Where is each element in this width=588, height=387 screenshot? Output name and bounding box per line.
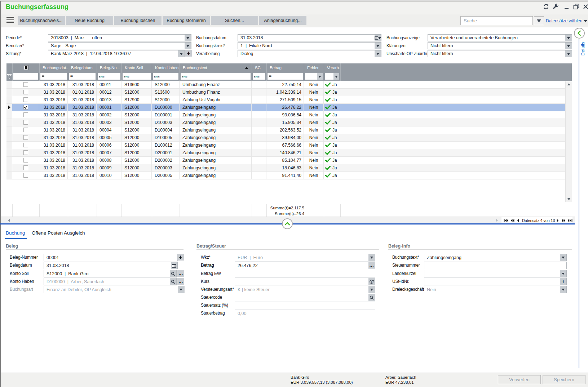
buchungsdatum-calendar-icon[interactable] bbox=[375, 35, 381, 41]
datensaetze-waehlen-link[interactable]: Datensätze wählen bbox=[546, 18, 582, 23]
tab-offene-posten-ausgleich[interactable]: Offene Posten Ausgleich bbox=[32, 230, 85, 236]
buchungsdatum-field[interactable]: 31.03.2018 bbox=[238, 34, 381, 41]
buchungstext2-dropdown-icon[interactable] bbox=[560, 254, 566, 261]
refresh-icon[interactable] bbox=[543, 4, 549, 9]
sitzung-dropdown-icon[interactable] bbox=[178, 50, 185, 57]
toolbar-button-buchung-loeschen[interactable]: Buchung löschen bbox=[114, 16, 162, 25]
unscharfe-op-dropdown-icon[interactable] bbox=[565, 50, 572, 57]
filter-checkbox-cell[interactable] bbox=[12, 72, 39, 81]
filter-belegdatum[interactable]: = bbox=[68, 72, 97, 81]
ust-idnr-info-icon[interactable]: i bbox=[560, 278, 566, 285]
grid-header-belegdatum[interactable]: Belegdatum bbox=[68, 63, 97, 72]
table-row[interactable]: 31.03.201831.03.201800011S13600S12000Umb… bbox=[6, 81, 565, 89]
versteuerungsart-combo[interactable]: K | keine Steuer bbox=[235, 286, 375, 293]
grid-header-beleg_nr[interactable]: Beleg-Nu... bbox=[97, 63, 121, 72]
table-row[interactable]: 31.03.201801.01.201800012S12000S13600Umb… bbox=[6, 89, 565, 96]
sitzung-combo[interactable]: Bank März 2018 | 12.04.2018 10:36:07 bbox=[48, 50, 185, 57]
grid-header-fehler[interactable]: Fehler bbox=[304, 63, 324, 72]
klaerungen-combo[interactable]: Nicht filtern bbox=[428, 42, 572, 49]
select-all-checkbox[interactable] bbox=[24, 65, 28, 70]
periode-combo[interactable]: 2018003 | März – offen bbox=[48, 34, 191, 41]
search-dropdown-button[interactable] bbox=[534, 16, 544, 25]
sitzung-add-button[interactable]: + bbox=[185, 50, 192, 57]
konto-haben-search-icon[interactable] bbox=[170, 278, 176, 285]
table-row[interactable]: 31.03.201831.03.201800001S12000D100000Za… bbox=[6, 104, 565, 111]
grid-header-select-all[interactable] bbox=[12, 63, 39, 72]
benutzer-combo[interactable]: Sage - Sage bbox=[48, 42, 191, 49]
verwerfen-button[interactable]: Verwerfen bbox=[498, 375, 541, 384]
konto-soll-field[interactable]: S12000 | Bank-Giro bbox=[44, 270, 177, 277]
buchungstext2-combo[interactable]: Zahlungseingang bbox=[424, 254, 567, 261]
nav-prev-page-icon[interactable] bbox=[510, 219, 514, 222]
table-row[interactable]: 31.03.201831.03.201800004S12000D100004Za… bbox=[6, 126, 565, 134]
speichern-button[interactable]: Speichern bbox=[543, 375, 585, 384]
buchungsart-dropdown-icon[interactable] bbox=[178, 286, 184, 293]
toolbar-button-buchung-stornieren[interactable]: Buchung stornieren bbox=[163, 16, 210, 25]
filter-dropdown-icon[interactable] bbox=[317, 73, 323, 80]
buchungskreis-dropdown-icon[interactable] bbox=[375, 43, 381, 49]
toolbar-button-suchen[interactable]: Suchen... bbox=[211, 16, 258, 25]
table-row[interactable]: 31.03.201831.03.201800013S17900S12000Zah… bbox=[6, 96, 565, 104]
toolbar-button-buchungsnachweis[interactable]: Buchungsnachweis... bbox=[18, 16, 65, 25]
konto-haben-more-button[interactable]: ... bbox=[177, 278, 184, 285]
nav-last-icon[interactable] bbox=[568, 219, 572, 222]
menu-icon[interactable] bbox=[6, 17, 14, 23]
datensaetze-caret-icon[interactable] bbox=[584, 20, 587, 24]
scroll-up-icon[interactable] bbox=[566, 81, 572, 88]
buchungsart-combo[interactable]: Finanz an Debitor, OP Ausgleich bbox=[44, 286, 185, 293]
steuerbetrag-field[interactable]: 0,00 bbox=[235, 310, 375, 317]
konto-haben-field[interactable]: D100000 | Arber, Sauerlach bbox=[44, 278, 177, 285]
nav-next-page-icon[interactable] bbox=[562, 219, 566, 222]
grid-header-konto_haben[interactable]: Konto Haben bbox=[152, 63, 180, 72]
grid-vertical-scrollbar[interactable] bbox=[565, 81, 572, 202]
dreiecksgeschaeft-combo[interactable]: Nein bbox=[424, 286, 567, 293]
scroll-down-icon[interactable] bbox=[566, 196, 572, 202]
grid-header-verarb[interactable]: Verarb. bbox=[324, 63, 340, 72]
steuernummer-field[interactable] bbox=[424, 262, 567, 269]
filter-buchungstext[interactable]: a%c bbox=[180, 72, 252, 81]
nav-first-icon[interactable] bbox=[504, 219, 508, 222]
dreiecksgeschaeft-dropdown-icon[interactable] bbox=[560, 286, 566, 293]
table-row[interactable]: 31.03.201831.03.201800009S12000D200003Za… bbox=[6, 164, 565, 172]
buchungsanzeige-dropdown-icon[interactable] bbox=[565, 35, 572, 41]
grid-header-buchungsdatum[interactable]: Buchungsdat... bbox=[39, 63, 68, 72]
hscroll-right-icon[interactable] bbox=[495, 219, 499, 222]
verarbeitung-dropdown-icon[interactable] bbox=[375, 50, 381, 57]
betrag-ew-field[interactable] bbox=[235, 270, 375, 277]
nav-prev-icon[interactable] bbox=[517, 219, 519, 222]
hscroll-left-icon[interactable] bbox=[7, 219, 10, 222]
filter-verarb[interactable] bbox=[324, 72, 340, 81]
grid-header-konto_soll[interactable]: Konto Soll bbox=[121, 63, 152, 72]
tab-buchung[interactable]: Buchung bbox=[6, 230, 25, 236]
beleg-nummer-add-button[interactable]: + bbox=[177, 254, 184, 261]
toolbar-button-neue-buchung[interactable]: Neue Buchung bbox=[66, 16, 113, 25]
table-row[interactable]: 31.03.201831.03.201800006S12000D100012Za… bbox=[6, 142, 565, 149]
kurs-field[interactable]: $ bbox=[235, 278, 375, 285]
belegdatum2-field[interactable]: 31.03.2018 bbox=[44, 262, 178, 269]
belegdatum2-calendar-icon[interactable] bbox=[171, 262, 177, 269]
wkz-dropdown-icon[interactable] bbox=[368, 254, 375, 261]
filter-beleg_nr[interactable]: a%c bbox=[97, 72, 121, 81]
filter-row-funnel-cell[interactable] bbox=[6, 72, 12, 81]
table-row[interactable]: 31.03.201831.03.201800003S12000D100003Za… bbox=[6, 119, 565, 126]
table-row[interactable]: 31.03.201831.03.201800008S12000D200002Za… bbox=[6, 157, 565, 164]
table-row[interactable]: 31.03.201831.03.201800005S12000D100005Za… bbox=[6, 134, 565, 142]
beleg-nummer-field[interactable]: 00001 bbox=[44, 254, 178, 261]
wkz-combo[interactable]: EUR | Euro bbox=[235, 254, 375, 261]
close-icon[interactable] bbox=[583, 4, 588, 9]
filter-fehler[interactable] bbox=[304, 72, 324, 81]
steuercode-search-icon[interactable] bbox=[368, 294, 375, 301]
steuersatz-field[interactable] bbox=[235, 302, 375, 309]
konto-soll-more-button[interactable]: ... bbox=[177, 270, 184, 277]
toolbar-button-anlagenbuchung[interactable]: Anlagenbuchung... bbox=[259, 16, 306, 25]
grid-header-sc[interactable]: SC bbox=[252, 63, 266, 72]
filter-konto_haben[interactable]: a%c bbox=[152, 72, 180, 81]
expand-grid-button[interactable] bbox=[282, 218, 293, 229]
buchungsanzeige-combo[interactable]: Verarbeitete und unverarbeitete Buchunge… bbox=[428, 34, 572, 41]
filter-dropdown-icon[interactable] bbox=[333, 73, 339, 80]
wrench-icon[interactable] bbox=[553, 4, 558, 9]
laenderkuerzel-dropdown-icon[interactable] bbox=[560, 270, 566, 277]
search-input[interactable] bbox=[463, 17, 531, 25]
betrag-field[interactable]: 26.476,22 ... bbox=[235, 262, 375, 269]
filter-konto_soll[interactable]: a%c bbox=[121, 72, 152, 81]
